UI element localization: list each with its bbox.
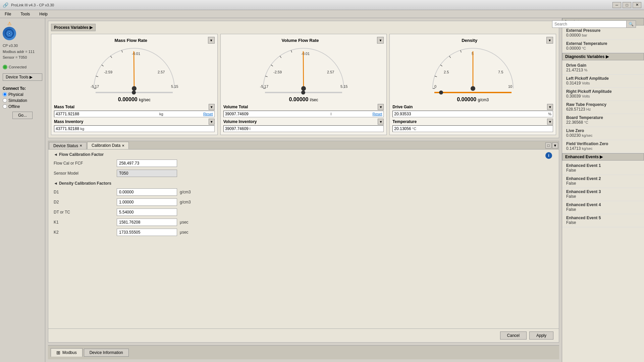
search-input[interactable] — [552, 22, 626, 26]
tab-content-area: i ◄ Flow Calibration Factor Flow Cal or … — [48, 149, 559, 342]
tab-controls: □ ▼ — [545, 142, 558, 148]
menu-file[interactable]: File — [3, 11, 13, 17]
mass-inventory-row: Mass Inventory ▼ 43771.92188 kg — [54, 119, 215, 132]
events-header[interactable]: Enhanced Events ▶ — [562, 153, 644, 161]
svg-line-51 — [440, 65, 442, 66]
svg-text:-2.59: -2.59 — [104, 70, 112, 74]
inputs-list: External Pressure 0.00000 bar External T… — [562, 27, 644, 53]
connect-section: Connect To: Physical Simulation Offline … — [3, 86, 42, 119]
drive-gain-row: Drive Gain ▼ — [392, 104, 553, 110]
diagnostic-header[interactable]: Diagnostic Variables ▶ — [562, 53, 644, 60]
mass-inventory-dropdown[interactable]: ▼ — [209, 119, 215, 125]
tab-device-status[interactable]: Device Status ✕ — [49, 142, 87, 149]
d2-row: D2 g/cm3 — [54, 198, 553, 206]
volume-inventory-dropdown[interactable]: ▼ — [378, 119, 384, 125]
mass-total-dropdown[interactable]: ▼ — [209, 104, 215, 110]
svg-line-14 — [111, 56, 112, 58]
tab-calibration-data[interactable]: Calibration Data ✕ — [87, 142, 129, 149]
svg-point-43 — [301, 90, 305, 95]
bottom-tab-modbus[interactable]: ⊞ Modbus — [51, 348, 83, 357]
connect-label: Connect To: — [3, 86, 42, 91]
k2-input[interactable] — [117, 229, 177, 236]
gauge-panel-volume-flow: Volume Flow Rate ▼ — [220, 34, 387, 135]
gauge-value-density: 0.00000 g/cm3 — [392, 97, 553, 103]
event1-item: Enhanced Event 1 False — [562, 162, 644, 175]
gauges-row: Mass Flow Rate ▼ — [51, 34, 556, 135]
drive-gain-dropdown[interactable]: ▼ — [547, 104, 553, 110]
svg-text:-0.01: -0.01 — [301, 52, 310, 56]
connected-dot — [3, 65, 7, 69]
gauge-dropdown-volume-flow[interactable]: ▼ — [377, 37, 384, 44]
tab-collapse-button[interactable]: ▼ — [552, 142, 558, 148]
volume-total-row: Volume Total ▼ — [223, 104, 384, 110]
title-bar-controls: ─ □ ✕ — [612, 2, 641, 8]
gauge-title-volume-flow: Volume Flow Rate ▼ — [223, 37, 384, 44]
svg-line-33 — [280, 56, 281, 58]
go-button[interactable]: Go... — [12, 112, 33, 119]
field-verification-zero-item: Field Verification Zero 0.14713 kg/sec — [562, 140, 644, 153]
menu-tools[interactable]: Tools — [18, 11, 32, 17]
external-pressure-item: External Pressure 0.00000 bar — [562, 27, 644, 40]
event5-item: Enhanced Event 5 False — [562, 214, 644, 227]
tab-device-status-close[interactable]: ✕ — [79, 144, 82, 147]
svg-text:-0.01: -0.01 — [132, 52, 140, 56]
gauge-container-density: 0 10 2.5 7.5 5 — [392, 45, 553, 95]
live-zero-item: Live Zero 0.00230 kg/sec — [562, 127, 644, 140]
cancel-button[interactable]: Cancel — [500, 331, 527, 340]
gauge-dropdown-mass-flow[interactable]: ▼ — [208, 37, 215, 44]
mass-total-row: Mass Total ▼ — [54, 104, 215, 110]
d1-row: D1 g/cm3 — [54, 188, 553, 196]
process-variables-header[interactable]: Process Variables ▶ — [51, 24, 96, 31]
raw-tube-freq-item: Raw Tube Frequency 628.57123 Hz — [562, 101, 644, 114]
menu-help[interactable]: Help — [37, 11, 50, 17]
minimize-button[interactable]: ─ — [612, 2, 621, 8]
volume-total-reset[interactable]: Reset — [373, 112, 382, 116]
gauge-dropdown-density[interactable]: ▼ — [546, 37, 553, 44]
temperature-dropdown[interactable]: ▼ — [547, 119, 553, 125]
density-cal-header[interactable]: ◄ Density Calibration Factors — [54, 181, 553, 186]
radio-offline[interactable]: Offline — [3, 104, 42, 109]
flow-cal-header[interactable]: ◄ Flow Calibration Factor — [54, 152, 553, 157]
gauge-panel-density: Density ▼ — [389, 34, 556, 135]
mass-total-value-row: 43771.92188 kg Reset — [54, 111, 215, 117]
bottom-bar: ⊞ Modbus Device Information — [48, 345, 559, 359]
app-logo — [3, 27, 16, 40]
menu-bar: File Tools Help 🔍 — [0, 10, 644, 18]
event2-item: Enhanced Event 2 False — [562, 175, 644, 188]
svg-text:-5.17: -5.17 — [260, 84, 268, 88]
dt-tc-input[interactable] — [117, 208, 177, 216]
svg-line-53 — [461, 50, 461, 53]
flow-cal-section: ◄ Flow Calibration Factor Flow Cal or FC… — [54, 152, 553, 177]
volume-total-dropdown[interactable]: ▼ — [378, 104, 384, 110]
svg-text:2.57: 2.57 — [158, 70, 165, 74]
flow-cal-fcf-input[interactable] — [117, 160, 177, 167]
sensor-model-input — [117, 170, 177, 177]
svg-line-13 — [102, 65, 104, 66]
close-button[interactable]: ✕ — [633, 2, 641, 8]
svg-text:0: 0 — [434, 84, 436, 88]
temperature-value: 20.13056 °C — [392, 125, 553, 132]
radio-physical[interactable]: Physical — [3, 92, 42, 97]
d1-input[interactable] — [117, 188, 177, 196]
svg-line-52 — [449, 56, 450, 58]
volume-inventory-value: 39097.74609 l — [223, 125, 384, 132]
device-tools-button[interactable]: Device Tools ▶ — [3, 73, 42, 81]
maximize-button[interactable]: □ — [623, 2, 631, 8]
svg-text:5.15: 5.15 — [171, 84, 178, 88]
k1-input[interactable] — [117, 219, 177, 226]
density-cal-section: ◄ Density Calibration Factors D1 g/cm3 D… — [54, 181, 553, 236]
gauge-container-mass-flow: -5.17 5.15 -2.59 2.57 -0.01 — [54, 45, 215, 95]
k1-row: K1 μsec — [54, 219, 553, 226]
radio-simulation[interactable]: Simulation — [3, 98, 42, 103]
apply-button[interactable]: Apply — [529, 331, 553, 340]
tab-restore-button[interactable]: □ — [545, 142, 551, 148]
bottom-tab-device-info[interactable]: Device Information — [84, 349, 129, 357]
svg-text:-5.17: -5.17 — [91, 84, 99, 88]
d2-input[interactable] — [117, 198, 177, 206]
sensor-model-row: Sensor Model — [54, 170, 553, 177]
tab-calibration-close[interactable]: ✕ — [122, 144, 124, 147]
svg-text:7.5: 7.5 — [498, 70, 503, 74]
event4-item: Enhanced Event 4 False — [562, 201, 644, 214]
mass-total-reset[interactable]: Reset — [203, 112, 213, 116]
search-button[interactable]: 🔍 — [626, 21, 636, 27]
